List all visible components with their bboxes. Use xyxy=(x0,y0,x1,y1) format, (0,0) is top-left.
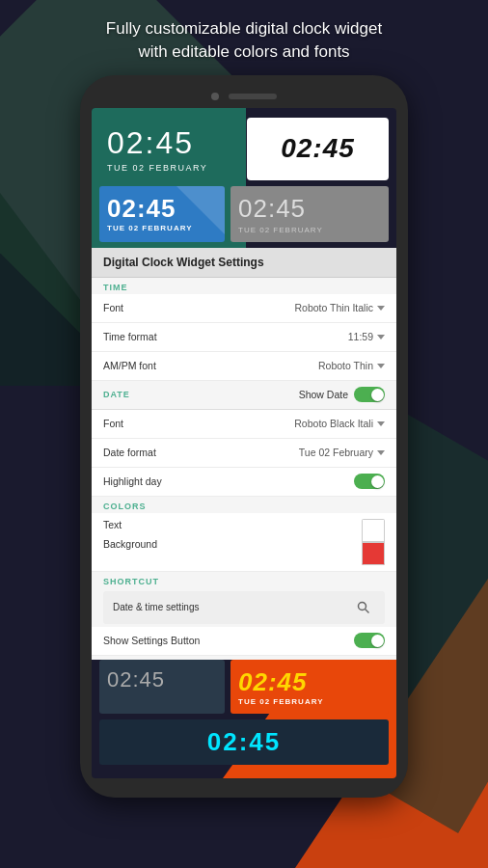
show-settings-label: Show Settings Button xyxy=(103,635,354,646)
settings-row-date-font[interactable]: Font Roboto Black Itali xyxy=(92,410,396,439)
widget-dark-date: TUE 02 FEBRUARY xyxy=(107,163,233,173)
widget-gray: 02:45 TUE 02 FEBRUARY xyxy=(230,186,389,242)
settings-row-datetime-shortcut[interactable]: Date & time settings xyxy=(103,591,385,624)
settings-row-show-settings[interactable]: Show Settings Button xyxy=(92,627,396,656)
date-font-dropdown-arrow xyxy=(377,421,385,426)
text-color-swatch[interactable] xyxy=(362,519,385,542)
widget-teal-dark: 02:45 xyxy=(99,660,225,714)
widget-teal-dark-time: 02:45 xyxy=(107,667,217,692)
phone-frame: 02:45 TUE 02 FEBRUARY 02:45 02:45 TUE 02… xyxy=(80,75,408,798)
settings-row-colors[interactable]: Text Background xyxy=(92,513,396,572)
widgets-row-3: 02:45 02:45 TUE 02 FEBRUARY xyxy=(99,660,389,714)
settings-row-date-format[interactable]: Date format Tue 02 February xyxy=(92,439,396,468)
bg-color-label: Background xyxy=(103,538,362,550)
text-color-label: Text xyxy=(103,519,362,530)
widget-white-time: 02:45 xyxy=(281,133,355,164)
settings-row-font[interactable]: Font Roboto Thin Italic xyxy=(92,294,396,323)
ampm-dropdown-arrow xyxy=(377,364,385,368)
font-value: Roboto Thin Italic xyxy=(294,302,373,313)
phone-speaker xyxy=(229,94,277,99)
widget-blue-triangle xyxy=(176,186,225,234)
time-format-value: 11:59 xyxy=(348,331,373,342)
date-format-dropdown-arrow xyxy=(377,450,385,455)
section-time-label: TIME xyxy=(92,278,396,294)
section-date-label: DATE xyxy=(103,390,299,399)
settings-panel: Digital Clock Widget Settings TIME Font … xyxy=(92,248,396,660)
widget-red: 02:45 TUE 02 FEBRUARY xyxy=(230,660,389,714)
font-dropdown-arrow xyxy=(377,306,385,311)
bg-color-swatch[interactable] xyxy=(362,542,385,565)
widgets-area: 02:45 TUE 02 FEBRUARY 02:45 02:45 TUE 02… xyxy=(92,108,396,242)
widget-red-date: TUE 02 FEBRUARY xyxy=(238,697,381,706)
widgets-row-4: 02:45 xyxy=(99,719,389,765)
time-format-dropdown-arrow xyxy=(377,335,385,339)
header-line1: Fully customizable digital clock widget xyxy=(39,17,449,41)
phone-screen: 02:45 TUE 02 FEBRUARY 02:45 02:45 TUE 02… xyxy=(92,108,396,778)
date-format-label: Date format xyxy=(103,447,299,458)
widget-gray-date: TUE 02 FEBRUARY xyxy=(238,226,381,234)
show-date-toggle[interactable] xyxy=(354,387,385,402)
time-format-label: Time format xyxy=(103,331,348,342)
show-settings-toggle[interactable] xyxy=(354,633,385,648)
show-date-label: Show Date xyxy=(299,389,348,400)
widget-dark: 02:45 TUE 02 FEBRUARY xyxy=(99,118,241,180)
svg-line-1 xyxy=(366,609,369,612)
widget-blue: 02:45 TUE 02 FEBRUARY xyxy=(99,186,225,242)
date-font-value: Roboto Black Itali xyxy=(294,418,373,429)
settings-row-highlight-day[interactable]: Highlight day xyxy=(92,468,396,497)
widget-cyan: 02:45 xyxy=(99,719,389,765)
widgets-row-2: 02:45 TUE 02 FEBRUARY 02:45 TUE 02 FEBRU… xyxy=(99,186,389,242)
highlight-day-toggle[interactable] xyxy=(354,474,385,489)
settings-title: Digital Clock Widget Settings xyxy=(92,248,396,278)
section-colors-label: COLORS xyxy=(92,497,396,513)
svg-point-0 xyxy=(359,602,366,610)
datetime-settings-label: Date & time settings xyxy=(113,602,199,612)
widgets-row-1: 02:45 TUE 02 FEBRUARY 02:45 xyxy=(99,118,389,180)
phone-camera xyxy=(211,93,219,100)
date-font-label: Font xyxy=(103,418,294,429)
settings-row-time-format[interactable]: Time format 11:59 xyxy=(92,323,396,352)
highlight-day-label: Highlight day xyxy=(103,475,354,487)
widget-white: 02:45 xyxy=(247,118,389,180)
phone-notch xyxy=(92,93,396,100)
widget-gray-time: 02:45 xyxy=(238,194,381,224)
widget-dark-time: 02:45 xyxy=(107,125,233,161)
widget-red-time: 02:45 xyxy=(238,667,381,697)
search-icon[interactable] xyxy=(352,596,375,619)
color-swatches[interactable] xyxy=(362,519,385,565)
bottom-widgets: 02:45 02:45 TUE 02 FEBRUARY 02:45 xyxy=(92,660,396,778)
widget-cyan-time: 02:45 xyxy=(207,727,282,757)
ampm-value: Roboto Thin xyxy=(318,360,373,371)
header-text: Fully customizable digital clock widget … xyxy=(0,0,488,75)
header-line2: with editable colors and fonts xyxy=(39,41,449,64)
date-format-value: Tue 02 February xyxy=(299,447,373,458)
ampm-label: AM/PM font xyxy=(103,360,318,371)
settings-date-header-row: DATE Show Date xyxy=(92,381,396,410)
font-label: Font xyxy=(103,302,294,313)
settings-row-ampm[interactable]: AM/PM font Roboto Thin xyxy=(92,352,396,381)
section-shortcut-label: SHORTCUT xyxy=(92,572,396,588)
